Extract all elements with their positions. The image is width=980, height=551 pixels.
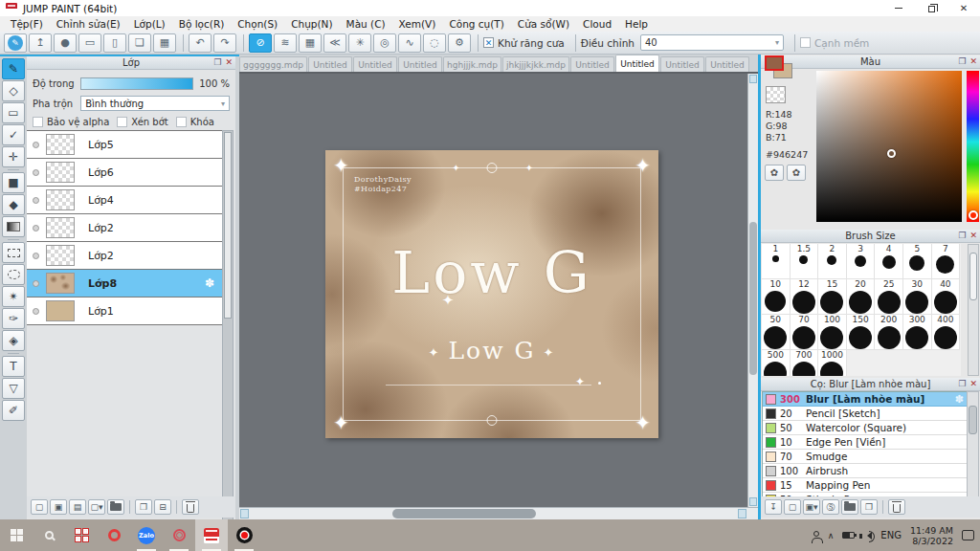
snap-grid-button[interactable]: ▦ [299,33,322,53]
popout-icon[interactable]: ❐ [213,57,221,67]
snap-off-button[interactable]: ⊘ [249,33,272,53]
menu-item[interactable]: Cửa sổ(W) [511,18,576,30]
new-8bit-layer-button[interactable]: ▣ [50,499,67,515]
document-button[interactable]: ▯ [103,33,126,53]
speaker-icon[interactable] [863,532,872,540]
foreground-color-swatch[interactable] [765,55,784,71]
snap-radial-button[interactable]: ✳ [348,33,371,53]
restore-button[interactable] [915,0,947,16]
layer-row[interactable]: Lớp4 [27,187,222,214]
brush-size-scrollbar[interactable] [968,244,979,376]
menu-item[interactable]: Công cụ(T) [442,18,510,30]
scroll-down-button[interactable] [749,497,757,506]
menu-item[interactable]: Bộ lọc(R) [172,18,232,30]
close-icon[interactable]: ✕ [225,57,233,67]
opera-app-button[interactable] [98,519,130,551]
layer-row[interactable]: Lớp1 [27,298,222,325]
brush-download-button[interactable]: ↧ [765,499,782,515]
document-tab[interactable]: Untitled [615,55,659,72]
palette-button[interactable]: ✿ [765,165,784,181]
export-button[interactable]: ↥ [29,33,52,53]
zalo-app-button[interactable]: Zalo [130,519,163,551]
brush-row[interactable]: 300Blur [Làm nhòe màu]✽ [763,392,968,407]
hue-slider[interactable] [967,71,979,222]
layer-option-checkbox[interactable]: ✕ [176,117,187,127]
scroll-left-button[interactable] [240,509,249,518]
layer-visibility-toggle[interactable] [33,280,39,287]
layer-row[interactable]: Lớp2 [27,242,222,270]
scrollbar-thumb[interactable] [392,509,536,518]
brush-size-cell[interactable]: 40 [932,279,961,315]
new-folder-button[interactable] [107,499,124,515]
popout-icon[interactable]: ❐ [958,56,966,66]
select-eraser-tool[interactable]: ◈ [2,330,25,351]
brush-size-cell[interactable]: 1 [762,244,791,279]
chat-button[interactable]: ▭ [78,33,101,53]
move-tool[interactable]: ✛ [2,146,25,167]
battery-icon[interactable] [842,532,855,539]
delete-brush-button[interactable] [888,499,905,515]
layer-list-scrollbar[interactable] [222,130,234,545]
scroll-up-button[interactable] [749,75,757,83]
scroll-right-button[interactable] [738,509,746,518]
layer-row[interactable]: Lớp5 [27,131,222,159]
snap-concentric-button[interactable]: ◎ [373,33,396,53]
scrollbar-thumb[interactable] [969,406,977,434]
menu-item[interactable]: Màu (C) [340,18,392,30]
brush-row[interactable]: 70Smudge [763,450,968,464]
document-tab[interactable]: Untitled [570,56,614,72]
adjust-select[interactable]: 40 ▾ [640,34,784,51]
recorder-app-button[interactable] [228,519,260,551]
script-brush-button[interactable]: Ⓢ [822,499,839,515]
snap-ellipse-button[interactable]: ◌ [423,33,446,53]
brush-size-cell[interactable]: 70 [791,315,819,350]
language-indicator[interactable]: ENG [880,530,902,540]
redo-button[interactable]: ↷ [213,33,236,53]
layer-row[interactable]: Lớp8✽ [27,270,222,298]
brush-size-cell[interactable]: 20 [847,279,876,315]
menu-item[interactable]: Chọn(S) [231,18,284,30]
snap-parallel-button[interactable]: ≋ [274,33,297,53]
picker-cursor[interactable] [887,149,896,158]
scrollbar-thumb[interactable] [749,222,757,375]
brush-row[interactable]: 20Pencil [Sketch] [763,407,968,421]
new-layer-button[interactable]: ▢ [31,499,48,515]
duplicate-brush-button[interactable]: ❐ [860,499,878,515]
antialias-checkbox[interactable]: ✕ [483,37,494,48]
brush-list-scrollbar[interactable] [967,391,979,498]
bucket-tool[interactable]: ◆ [2,194,25,215]
layer-option-checkbox[interactable]: ✕ [33,117,43,127]
new-brush-menu-button[interactable]: ▣▾ [803,499,820,515]
menu-item[interactable]: Lớp(L) [127,18,172,30]
dock-divider[interactable] [758,55,761,519]
brush-size-cell[interactable]: 1000 [818,350,847,376]
brush-size-cell[interactable]: 7 [932,244,961,279]
close-button[interactable]: ✕ [947,0,980,16]
popout-icon[interactable]: ❐ [958,379,966,388]
menu-item[interactable]: Cloud [576,18,618,30]
brush-folder-button[interactable] [841,499,858,515]
brush-size-cell[interactable]: 15 [818,279,847,315]
menu-item[interactable]: Chỉnh sửa(E) [50,18,127,30]
canvas-viewport[interactable]: ✦ ✦ ✦ ✦ ✦ ✦ DorothyDaisy #Hoidap247 Low … [239,74,758,507]
jump-paint-app-button[interactable] [195,519,228,551]
brush-size-cell[interactable]: 700 [791,350,819,376]
menu-item[interactable]: Tệp(F) [4,18,50,30]
delete-layer-button[interactable] [182,499,199,515]
dot-pen-tool[interactable]: ✓ [2,124,25,145]
brush-size-cell[interactable]: 12 [791,279,819,315]
brush-size-cell[interactable]: 30 [903,279,932,315]
search-button[interactable] [33,519,65,551]
text-tool[interactable]: T [2,356,25,377]
saturation-value-picker[interactable] [816,71,962,222]
start-button[interactable] [0,519,33,551]
brush-size-cell[interactable]: 150 [847,315,876,350]
minimize-button[interactable] [882,0,915,16]
duplicate-layer-button[interactable]: ❐ [135,499,152,515]
notification-center-icon[interactable] [962,530,974,540]
merge-layer-button[interactable]: ⊟ [154,499,171,515]
brush-size-cell[interactable]: 3 [847,244,876,279]
lasso-tool[interactable] [2,264,25,285]
menu-item[interactable]: Help [618,18,655,30]
layer-visibility-toggle[interactable] [33,169,39,176]
